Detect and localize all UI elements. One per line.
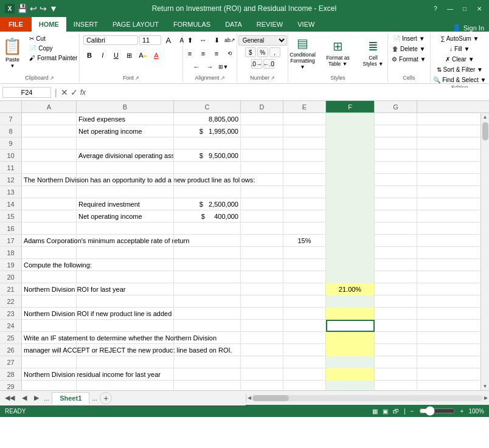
cell-f26[interactable] (326, 344, 375, 356)
insert-cells-btn[interactable]: 📄 Insert ▼ (390, 34, 427, 43)
cell-e10[interactable] (283, 150, 326, 162)
col-header-c[interactable]: C (174, 101, 241, 112)
center-align-btn[interactable]: ≡ (197, 47, 209, 60)
clipboard-expand-icon[interactable]: ↗ (50, 75, 54, 81)
cell-c15[interactable]: $ 400,000 (174, 210, 241, 222)
bottom-align-btn[interactable]: ⬇ (210, 34, 223, 46)
sheet-tab-sheet1[interactable]: Sheet1 (52, 392, 89, 404)
row-num-28[interactable]: 28 (0, 368, 21, 381)
cell-c20[interactable] (174, 271, 241, 283)
row-num-15[interactable]: 15 (0, 210, 21, 222)
cell-c8[interactable]: $ 1,995,000 (174, 125, 241, 137)
cell-d11[interactable] (241, 162, 283, 174)
cell-c12[interactable] (174, 174, 241, 186)
cell-d16[interactable] (241, 222, 283, 235)
cell-a20[interactable] (22, 271, 77, 283)
orientation-btn[interactable]: ab↗ (224, 34, 236, 46)
cell-d22[interactable] (241, 295, 283, 308)
save-qat-btn[interactable]: 💾 (17, 4, 27, 13)
tab-formulas[interactable]: FORMULAS (166, 17, 218, 32)
page-break-view-btn[interactable]: 🗗 (393, 408, 399, 415)
cell-g17[interactable] (375, 235, 417, 247)
cell-e21[interactable] (283, 283, 326, 295)
alignment-expand-icon[interactable]: ↗ (221, 75, 225, 81)
h-scroll-track[interactable] (252, 395, 484, 401)
col-header-f[interactable]: F (326, 101, 375, 112)
cell-a23[interactable]: Northern Division ROI if new product lin… (22, 308, 77, 320)
cell-f12[interactable] (326, 174, 375, 186)
cell-d20[interactable] (241, 271, 283, 283)
cell-e19[interactable] (283, 259, 326, 271)
cell-d15[interactable] (241, 210, 283, 222)
font-name-input[interactable] (83, 35, 138, 45)
cell-d25[interactable] (241, 332, 283, 344)
cell-a11[interactable] (22, 162, 77, 174)
cell-d14[interactable] (241, 198, 283, 210)
underline-button[interactable]: U (110, 49, 122, 61)
cell-d7[interactable] (241, 113, 283, 125)
cell-g26[interactable] (375, 344, 417, 356)
cell-b15[interactable]: Net operating income (77, 210, 174, 222)
cell-c24[interactable] (174, 320, 241, 332)
cell-g10[interactable] (375, 150, 417, 162)
top-align-btn[interactable]: ⬆ (184, 34, 196, 46)
cell-f14[interactable] (326, 198, 375, 210)
cell-e24[interactable] (283, 320, 326, 332)
font-color-button[interactable]: A (150, 49, 162, 61)
cell-d26[interactable] (241, 344, 283, 356)
cell-c14[interactable]: $ 2,500,000 (174, 198, 241, 210)
row-num-9[interactable]: 9 (0, 137, 21, 150)
italic-button[interactable]: I (97, 49, 109, 61)
conditional-formatting-button[interactable]: ▤ ConditionalFormatting ▼ (286, 34, 319, 72)
row-num-14[interactable]: 14 (0, 198, 21, 210)
cell-a7[interactable] (22, 113, 77, 125)
delete-cells-btn[interactable]: 🗑 Delete ▼ (390, 44, 428, 53)
row-num-29[interactable]: 29 (0, 381, 21, 390)
row-num-22[interactable]: 22 (0, 295, 21, 308)
cell-e8[interactable] (283, 125, 326, 137)
cell-a22[interactable] (22, 295, 77, 308)
cell-a12[interactable]: The Northern Division has an opportunity… (22, 174, 77, 186)
increase-indent-btn[interactable]: → (204, 61, 216, 73)
cell-f8[interactable] (326, 125, 375, 137)
row-num-27[interactable]: 27 (0, 356, 21, 368)
bold-button[interactable]: B (83, 49, 95, 61)
cell-f10[interactable] (326, 150, 375, 162)
cell-a13[interactable] (22, 186, 77, 198)
cell-f15[interactable] (326, 210, 375, 222)
close-btn[interactable]: ✕ (474, 4, 484, 13)
cell-g11[interactable] (375, 162, 417, 174)
cell-f19[interactable] (326, 259, 375, 271)
fill-btn[interactable]: ↓ Fill ▼ (447, 44, 472, 53)
cell-a18[interactable] (22, 247, 77, 259)
cell-d13[interactable] (241, 186, 283, 198)
tab-review[interactable]: REVIEW (249, 17, 290, 32)
cell-d24[interactable] (241, 320, 283, 332)
cell-b11[interactable] (77, 162, 174, 174)
cell-c26[interactable] (174, 344, 241, 356)
cell-f22[interactable] (326, 295, 375, 308)
horizontal-scrollbar[interactable]: ◀ ▶ (246, 394, 490, 402)
normal-view-btn[interactable]: ▦ (372, 408, 378, 415)
cancel-formula-icon[interactable]: ✕ (61, 88, 68, 97)
cell-e26[interactable] (283, 344, 326, 356)
cell-f11[interactable] (326, 162, 375, 174)
tab-data[interactable]: DATA (218, 17, 249, 32)
cell-c23[interactable] (174, 308, 241, 320)
cell-f13[interactable] (326, 186, 375, 198)
cell-f20[interactable] (326, 271, 375, 283)
cell-d17[interactable] (241, 235, 283, 247)
row-num-13[interactable]: 13 (0, 186, 21, 198)
cell-b26[interactable] (77, 344, 174, 356)
vertical-scrollbar[interactable]: ▲ ▼ (480, 113, 489, 390)
col-header-a[interactable]: A (22, 101, 77, 112)
customize-qat-btn[interactable]: ▼ (49, 4, 58, 13)
cell-b24[interactable] (77, 320, 174, 332)
cell-a26[interactable]: manager will ACCEPT or REJECT the new pr… (22, 344, 77, 356)
row-num-17[interactable]: 17 (0, 235, 21, 247)
add-sheet-button[interactable]: + (100, 392, 112, 404)
col-header-g[interactable]: G (375, 101, 417, 112)
cell-g7[interactable] (375, 113, 417, 125)
cell-b8[interactable]: Net operating income (77, 125, 174, 137)
cell-g15[interactable] (375, 210, 417, 222)
